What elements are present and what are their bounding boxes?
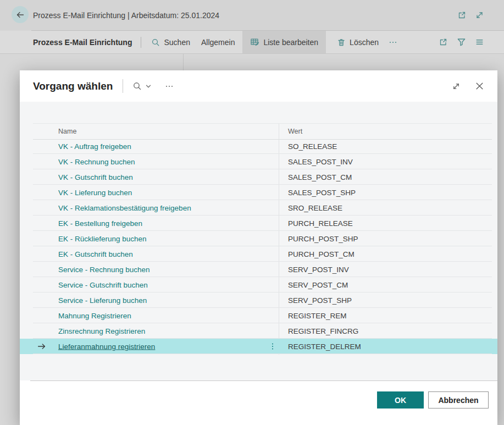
list-view-icon[interactable] xyxy=(475,37,484,47)
general-menu[interactable]: Allgemein xyxy=(201,38,235,47)
dialog-header: Vorgang wählen xyxy=(20,70,497,102)
edit-list-label: Liste bearbeiten xyxy=(263,38,318,47)
table-row[interactable]: EK - Bestellung freigeben PURCH_RELEASE xyxy=(20,216,497,231)
action-bar: Prozess E-Mail Einrichtung Suchen Allgem… xyxy=(0,31,504,53)
back-arrow-icon xyxy=(16,10,25,19)
table-row[interactable]: VK - Reklamationsbestätigung freigeben S… xyxy=(20,200,497,216)
row-separator xyxy=(33,354,492,354)
table-row[interactable]: Service - Gutschrift buchen SERV_POST_CM xyxy=(20,277,497,292)
column-header-wert[interactable]: Wert xyxy=(288,128,302,135)
table-row[interactable]: EK - Rücklieferung buchen PURCH_POST_SHP xyxy=(20,231,497,246)
table-row[interactable]: VK - Lieferung buchen SALES_POST_SHP xyxy=(20,185,497,200)
lookup-dialog: Vorgang wählen xyxy=(20,70,497,425)
more-actions-icon[interactable] xyxy=(389,38,397,47)
ok-button[interactable]: OK xyxy=(377,391,424,409)
resize-diagonal-icon[interactable] xyxy=(475,10,484,20)
expand-dialog-icon[interactable] xyxy=(452,82,461,91)
row-name-link[interactable]: EK - Gutschrift buchen xyxy=(58,250,133,258)
table-rows: VK - Auftrag freigeben SO_RELEASE VK - R… xyxy=(20,139,497,354)
dialog-header-divider xyxy=(123,79,123,93)
list-caption: Prozess E-Mail Einrichtung xyxy=(33,38,132,47)
trash-icon xyxy=(337,38,346,47)
row-value: REGISTER_REM xyxy=(288,312,347,320)
row-value: SALES_POST_SHP xyxy=(288,189,356,197)
column-header-name[interactable]: Name xyxy=(58,128,76,135)
open-in-new-window-icon[interactable] xyxy=(457,10,467,20)
close-icon[interactable] xyxy=(475,81,484,91)
row-value: PURCH_POST_SHP xyxy=(288,235,358,243)
dialog-title: Vorgang wählen xyxy=(33,80,113,92)
table-row[interactable]: EK - Gutschrift buchen PURCH_POST_CM xyxy=(20,246,497,262)
search-label: Suchen xyxy=(164,38,190,47)
table-row[interactable]: Mahnung Registrieren REGISTER_REM xyxy=(20,308,497,323)
edit-list-action[interactable]: Liste bearbeiten xyxy=(242,31,326,53)
row-name-link[interactable]: EK - Rücklieferung buchen xyxy=(58,235,147,243)
app-header: Prozess E-Mail Einrichtung | Arbeitsdatu… xyxy=(0,0,504,30)
row-name-link[interactable]: VK - Auftrag freigeben xyxy=(58,142,131,151)
back-button[interactable] xyxy=(12,6,29,23)
row-name-link[interactable]: VK - Gutschrift buchen xyxy=(58,173,133,181)
table-row[interactable]: VK - Auftrag freigeben SO_RELEASE xyxy=(20,139,497,154)
row-name-link[interactable]: Service - Lieferung buchen xyxy=(58,296,147,305)
row-name-link[interactable]: VK - Rechnung buchen xyxy=(58,158,135,166)
edit-list-icon xyxy=(250,37,259,47)
dialog-body: Name Wert VK - Auftrag freigeben SO_RELE… xyxy=(20,102,497,380)
search-icon xyxy=(132,81,142,91)
row-value: SERV_POST_CM xyxy=(288,281,348,289)
row-value: SRO_RELEASE xyxy=(288,204,342,212)
row-value: REGISTER_DELREM xyxy=(288,343,361,351)
filter-icon[interactable] xyxy=(457,37,466,47)
row-value: SO_RELEASE xyxy=(288,142,337,151)
row-name-link[interactable]: Zinsrechnung Registrieren xyxy=(58,327,145,335)
search-action[interactable]: Suchen xyxy=(151,38,190,47)
search-icon xyxy=(151,38,160,47)
row-name-link[interactable]: EK - Bestellung freigeben xyxy=(58,219,142,228)
screen: Prozess E-Mail Einrichtung | Arbeitsdatu… xyxy=(0,0,504,425)
row-value: SERV_POST_SHP xyxy=(288,296,352,305)
footer-divider xyxy=(30,380,497,381)
row-name-link[interactable]: Lieferanmahnung registrieren xyxy=(58,343,155,351)
toolbar-bottom-divider xyxy=(0,53,504,54)
table-row[interactable]: Service - Rechnung buchen SERV_POST_INV xyxy=(20,262,497,277)
table-row[interactable]: Service - Lieferung buchen SERV_POST_SHP xyxy=(20,292,497,308)
row-name-link[interactable]: Mahnung Registrieren xyxy=(58,312,131,320)
table-header-row: Name Wert xyxy=(33,123,492,140)
row-name-link[interactable]: VK - Reklamationsbestätigung freigeben xyxy=(58,204,191,212)
table-row[interactable]: VK - Rechnung buchen SALES_POST_INV xyxy=(20,154,497,169)
table-row[interactable]: VK - Gutschrift buchen SALES_POST_CM xyxy=(20,169,497,185)
row-name-link[interactable]: Service - Gutschrift buchen xyxy=(58,281,148,289)
dialog-search-control[interactable] xyxy=(132,81,152,91)
general-label: Allgemein xyxy=(201,38,235,47)
row-value: SALES_POST_INV xyxy=(288,158,353,166)
row-context-menu-icon[interactable] xyxy=(269,342,276,351)
row-value: REGISTER_FINCRG xyxy=(288,327,358,335)
toolbar-divider xyxy=(141,37,141,48)
background-column-divider xyxy=(183,54,184,70)
dialog-more-actions-icon[interactable] xyxy=(165,82,174,91)
chevron-down-icon xyxy=(145,83,152,90)
cancel-button[interactable]: Abbrechen xyxy=(428,391,489,409)
delete-action[interactable]: Löschen xyxy=(337,38,379,47)
page-title: Prozess E-Mail Einrichtung | Arbeitsdatu… xyxy=(33,0,219,30)
row-name-link[interactable]: Service - Rechnung buchen xyxy=(58,266,150,274)
delete-label: Löschen xyxy=(350,38,379,47)
row-value: PURCH_POST_CM xyxy=(288,250,355,258)
selected-row-arrow-icon xyxy=(37,342,46,351)
row-name-link[interactable]: VK - Lieferung buchen xyxy=(58,189,132,197)
row-value: SERV_POST_INV xyxy=(288,266,349,274)
dialog-footer: OK Abbrechen xyxy=(20,380,497,425)
row-value: PURCH_RELEASE xyxy=(288,219,353,228)
table-row[interactable]: Zinsrechnung Registrieren REGISTER_FINCR… xyxy=(20,323,497,339)
table-row[interactable]: Lieferanmahnung registrieren REGISTER_DE… xyxy=(20,339,497,354)
row-value: SALES_POST_CM xyxy=(288,173,352,181)
share-icon[interactable] xyxy=(439,37,448,47)
